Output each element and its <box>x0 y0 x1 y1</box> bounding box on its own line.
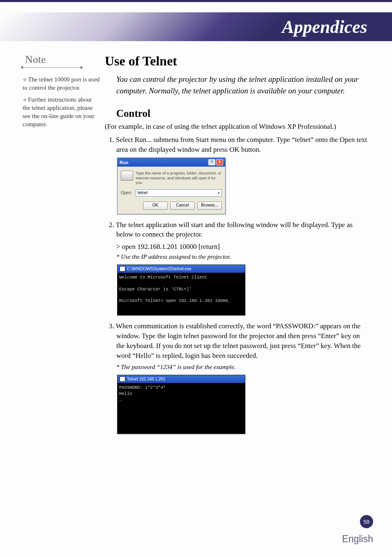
sidebar: Note ❖The telnet 10000 port is used to c… <box>23 53 105 440</box>
diamond-icon: ❖ <box>23 97 27 103</box>
console-icon <box>120 266 125 272</box>
command-note: * Use the IP address assigned to the pro… <box>105 253 367 260</box>
run-description: Type the name of a program, folder, docu… <box>136 171 222 185</box>
console-title-text: C:\WINDOWS\System32\telnet.exe <box>127 267 191 271</box>
chevron-down-icon[interactable]: ▾ <box>218 191 220 195</box>
console-titlebar: C:\WINDOWS\System32\telnet.exe <box>118 265 245 273</box>
page-title: Use of Telnet <box>105 53 367 69</box>
sidebar-note-2-text: Further instructions about the telnet ap… <box>23 96 95 128</box>
cancel-button[interactable]: Cancel <box>170 202 195 210</box>
step-3: 3. When communication is established cor… <box>105 321 367 360</box>
console-icon <box>120 376 125 382</box>
open-label: Open: <box>121 190 133 195</box>
step-2: 2. The telnet application will start and… <box>105 220 367 240</box>
language-label: English <box>342 534 373 545</box>
help-button[interactable]: ? <box>208 159 215 165</box>
step-1: 1. Select Run... submenu from Start menu… <box>105 135 367 155</box>
run-dialog-titlebar: Run ? X <box>118 158 225 167</box>
section-heading-control: Control <box>105 108 367 119</box>
console-body: Welcome to Microsoft Telnet Client Escap… <box>118 273 245 315</box>
open-input-value: telnet <box>138 190 148 195</box>
top-rule <box>0 0 392 2</box>
telnet-console-1: C:\WINDOWS\System32\telnet.exe Welcome t… <box>117 265 245 316</box>
note-label: Note <box>23 53 81 68</box>
header-banner: Appendices <box>0 12 392 41</box>
run-dialog-title: Run <box>120 160 128 165</box>
open-input[interactable]: telnet ▾ <box>136 189 222 197</box>
console-titlebar: Telnet 192.168.1.201 <box>118 375 245 383</box>
header-title: Appendices <box>282 16 367 37</box>
ok-button[interactable]: OK <box>143 202 168 210</box>
command-line: > open 192.168.1.201 10000 [return] <box>105 243 367 251</box>
page-number: 59 <box>360 515 373 528</box>
run-icon <box>121 171 133 181</box>
diamond-icon: ❖ <box>23 77 27 83</box>
run-dialog: Run ? X Type the name of a program, fold… <box>117 158 226 214</box>
console-body: PASSWORD: 1*2*3*4* Hello _ <box>118 383 245 434</box>
paren-note: (For example, in case of using the telne… <box>105 122 367 132</box>
close-button[interactable]: X <box>216 159 223 165</box>
intro-paragraph: You can control the projector by using t… <box>105 74 367 96</box>
sidebar-note-2: ❖Further instructions about the telnet a… <box>23 95 101 129</box>
browse-button[interactable]: Browse... <box>197 202 222 210</box>
main-content: Use of Telnet You can control the projec… <box>105 53 367 440</box>
sidebar-note-1-text: The telnet 10000 port is used to control… <box>23 76 100 91</box>
telnet-console-2: Telnet 192.168.1.201 PASSWORD: 1*2*3*4* … <box>117 375 245 434</box>
sidebar-note-1: ❖The telnet 10000 port is used to contro… <box>23 75 101 92</box>
password-note: * The password “1234” is used for the ex… <box>105 364 367 371</box>
console-title-text: Telnet 192.168.1.201 <box>127 377 165 381</box>
